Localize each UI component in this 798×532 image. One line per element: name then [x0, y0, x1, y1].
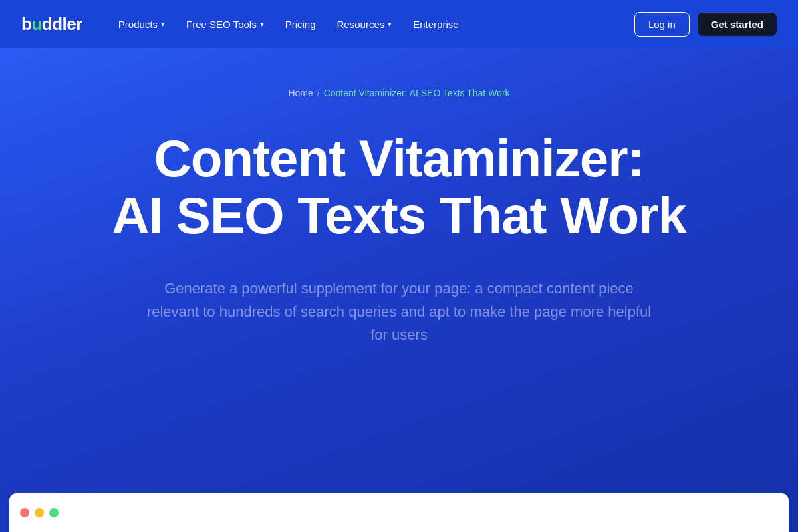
nav-actions: Log in Get started: [634, 12, 777, 37]
hero-subtitle: Generate a powerful supplement for your …: [140, 277, 658, 347]
breadcrumb-home[interactable]: Home: [288, 88, 313, 98]
logo[interactable]: buddler: [21, 14, 82, 35]
chevron-down-icon: ▾: [161, 20, 165, 29]
hero-section: Home / Content Vitaminizer: AI SEO Texts…: [0, 48, 798, 532]
browser-dot-green: [49, 508, 59, 517]
get-started-button[interactable]: Get started: [698, 13, 777, 36]
nav-item-pricing[interactable]: Pricing: [276, 13, 325, 35]
hero-title: Content Vitaminizer: AI SEO Texts That W…: [112, 130, 686, 245]
logo-dot: u: [31, 14, 41, 34]
breadcrumb: Home / Content Vitaminizer: AI SEO Texts…: [288, 88, 509, 98]
navbar: buddler Products ▾ Free SEO Tools ▾ Pric…: [0, 0, 798, 48]
logo-text: buddler: [21, 14, 82, 35]
nav-item-resources[interactable]: Resources ▾: [328, 13, 402, 35]
nav-links: Products ▾ Free SEO Tools ▾ Pricing Reso…: [109, 13, 634, 35]
nav-item-products[interactable]: Products ▾: [109, 13, 174, 35]
breadcrumb-separator: /: [317, 88, 320, 98]
browser-mockup-bar: [9, 493, 789, 532]
browser-dot-red: [20, 508, 29, 517]
login-button[interactable]: Log in: [634, 12, 690, 37]
chevron-down-icon: ▾: [260, 20, 264, 29]
nav-item-free-seo-tools[interactable]: Free SEO Tools ▾: [177, 13, 273, 35]
nav-item-enterprise[interactable]: Enterprise: [404, 13, 467, 35]
chevron-down-icon: ▾: [388, 20, 392, 29]
browser-dot-yellow: [35, 508, 44, 517]
breadcrumb-current: Content Vitaminizer: AI SEO Texts That W…: [324, 88, 510, 98]
